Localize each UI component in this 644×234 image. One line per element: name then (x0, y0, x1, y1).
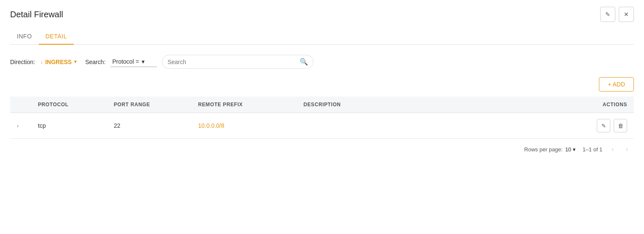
page-range: 1–1 of 1 (582, 146, 602, 153)
row-protocol: tcp (31, 113, 107, 139)
row-delete-button[interactable]: 🗑 (614, 119, 627, 132)
page-container: Detail Firewall ✎ ✕ INFO DETAIL Directio… (0, 0, 644, 234)
direction-chevron-icon: ▾ (74, 59, 77, 65)
col-header-description: DESCRIPTION (297, 97, 423, 113)
next-page-button[interactable]: › (623, 144, 631, 155)
expand-chevron-icon: › (17, 123, 19, 129)
search-type-label: Protocol = (112, 58, 139, 65)
rows-per-page-value: 10 (565, 146, 571, 153)
col-header-expand (10, 97, 31, 113)
row-port-range: 22 (107, 113, 191, 139)
header-actions: ✎ ✕ (600, 7, 634, 22)
ingress-arrow-icon: ↓ (40, 59, 43, 65)
close-icon: ✕ (624, 11, 629, 18)
tabs: INFO DETAIL (10, 29, 634, 45)
search-type-chevron-icon: ▾ (142, 58, 145, 65)
pencil-icon: ✎ (601, 123, 606, 129)
col-header-protocol: PROTOCOL (31, 97, 107, 113)
rows-per-page: Rows per page: 10 ▾ (524, 146, 576, 153)
col-header-port-range: PORT RANGE (107, 97, 191, 113)
delete-button[interactable]: ✕ (619, 7, 634, 22)
rows-per-page-label: Rows per page: (524, 146, 563, 153)
data-table: PROTOCOL PORT RANGE REMOTE PREFIX DESCRI… (10, 97, 634, 139)
row-expand[interactable]: › (10, 113, 31, 139)
search-input[interactable] (167, 59, 300, 65)
tab-detail[interactable]: DETAIL (39, 29, 74, 45)
add-btn-row: + ADD (10, 77, 634, 91)
pagination-bar: Rows per page: 10 ▾ 1–1 of 1 ‹ › (10, 139, 634, 160)
edit-button[interactable]: ✎ (600, 7, 615, 22)
filter-bar: Direction: ↓ INGRESS ▾ Search: Protocol … (10, 55, 634, 69)
table-body: › tcp 22 10.0.0.0/8 ✎ 🗑 (10, 113, 634, 139)
rows-per-page-chevron-icon: ▾ (573, 146, 576, 153)
tab-info[interactable]: INFO (10, 29, 39, 45)
prev-page-button[interactable]: ‹ (609, 144, 616, 155)
rows-per-page-select[interactable]: 10 ▾ (565, 146, 576, 153)
page-header: Detail Firewall ✎ ✕ (10, 7, 634, 22)
direction-value: INGRESS (45, 59, 72, 65)
col-header-remote-prefix: REMOTE PREFIX (191, 97, 297, 113)
row-description (297, 113, 423, 139)
search-type-select[interactable]: Protocol = ▾ (110, 56, 157, 67)
row-actions: ✎ 🗑 (423, 113, 634, 139)
trash-icon: 🗑 (618, 123, 623, 129)
direction-label: Direction: (10, 59, 35, 65)
search-label: Search: (85, 59, 105, 65)
table-header: PROTOCOL PORT RANGE REMOTE PREFIX DESCRI… (10, 97, 634, 113)
row-remote-prefix: 10.0.0.0/8 (191, 113, 297, 139)
add-button[interactable]: + ADD (599, 77, 634, 91)
search-input-wrap: 🔍 (162, 55, 314, 69)
pencil-icon: ✎ (605, 11, 610, 18)
search-icon: 🔍 (300, 58, 308, 66)
row-edit-button[interactable]: ✎ (597, 119, 610, 132)
table-row: › tcp 22 10.0.0.0/8 ✎ 🗑 (10, 113, 634, 139)
col-header-actions: ACTIONS (423, 97, 634, 113)
direction-selector[interactable]: ↓ INGRESS ▾ (40, 59, 77, 65)
page-title: Detail Firewall (10, 10, 63, 19)
